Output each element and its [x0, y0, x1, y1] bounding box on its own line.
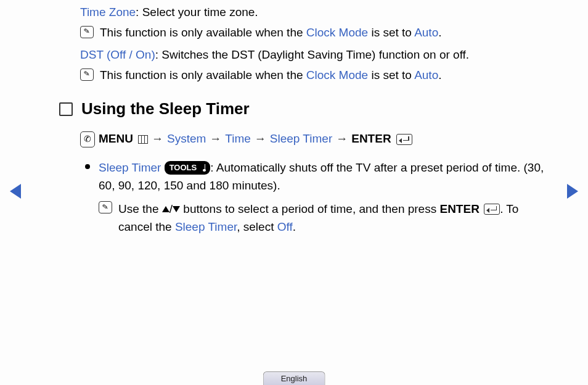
dst-row: DST (Off / On): Switches the DST (Daylig…	[80, 47, 551, 64]
menu-grid-icon	[138, 135, 148, 144]
off-link: Off	[277, 220, 293, 233]
dst-desc: : Switches the DST (Daylight Saving Time…	[155, 48, 469, 61]
tools-badge: TOOLS	[165, 161, 211, 175]
manual-page: Time Zone: Select your time zone. ✎ This…	[0, 0, 588, 236]
section-heading: Using the Sleep Timer	[81, 99, 250, 118]
enter-icon	[484, 204, 500, 215]
up-arrow-icon	[162, 206, 169, 212]
arrow-icon: →	[152, 131, 163, 147]
auto-link: Auto	[414, 26, 438, 39]
next-page-button[interactable]	[567, 184, 578, 199]
note-icon: ✎	[80, 26, 94, 38]
dst-label: DST (Off / On)	[80, 48, 155, 61]
time-zone-row: Time Zone: Select your time zone.	[80, 4, 551, 21]
prev-page-button[interactable]	[10, 184, 21, 199]
arrow-icon: →	[336, 131, 348, 147]
clock-mode-link: Clock Mode	[306, 26, 368, 39]
menu-path-row: ✆ MENU → System → Time → Sleep Timer → E…	[80, 131, 551, 147]
remote-icon: ✆	[80, 131, 95, 147]
note-2-text: This function is only available when the…	[100, 67, 442, 84]
note-icon: ✎	[99, 201, 112, 213]
sleep-timer-bullet-row: Sleep Timer TOOLS : Automatically shuts …	[85, 159, 551, 195]
note-3-text: Use the / buttons to select a period of …	[118, 200, 526, 236]
time-zone-desc: : Select your time zone.	[136, 6, 258, 19]
path-sleep-timer: Sleep Timer	[270, 131, 332, 147]
clock-mode-link: Clock Mode	[306, 68, 368, 81]
enter-label: ENTER	[351, 131, 391, 147]
tools-note-icon	[199, 164, 205, 172]
note-row-1: ✎ This function is only available when t…	[80, 25, 551, 41]
menu-label: MENU	[99, 131, 133, 147]
note-1-text: This function is only available when the…	[100, 25, 442, 41]
sleep-timer-text: Sleep Timer TOOLS : Automatically shuts …	[99, 159, 551, 195]
section-bullet-icon	[59, 102, 73, 116]
sleep-timer-link: Sleep Timer	[175, 220, 237, 233]
arrow-icon: →	[255, 131, 266, 147]
auto-link: Auto	[414, 68, 438, 81]
path-time: Time	[225, 131, 251, 147]
enter-icon	[396, 134, 412, 145]
down-arrow-icon	[173, 206, 180, 212]
section-heading-row: Using the Sleep Timer	[59, 99, 551, 118]
note-icon: ✎	[80, 68, 94, 81]
arrow-icon: →	[210, 131, 221, 147]
sleep-timer-label: Sleep Timer	[99, 161, 161, 174]
path-system: System	[167, 131, 206, 147]
language-tab[interactable]: English	[263, 371, 325, 385]
enter-label: ENTER	[439, 202, 479, 215]
note-row-3: ✎ Use the / buttons to select a period o…	[99, 200, 551, 236]
bullet-icon	[85, 164, 90, 169]
note-row-2: ✎ This function is only available when t…	[80, 67, 551, 84]
time-zone-label: Time Zone	[80, 6, 136, 19]
